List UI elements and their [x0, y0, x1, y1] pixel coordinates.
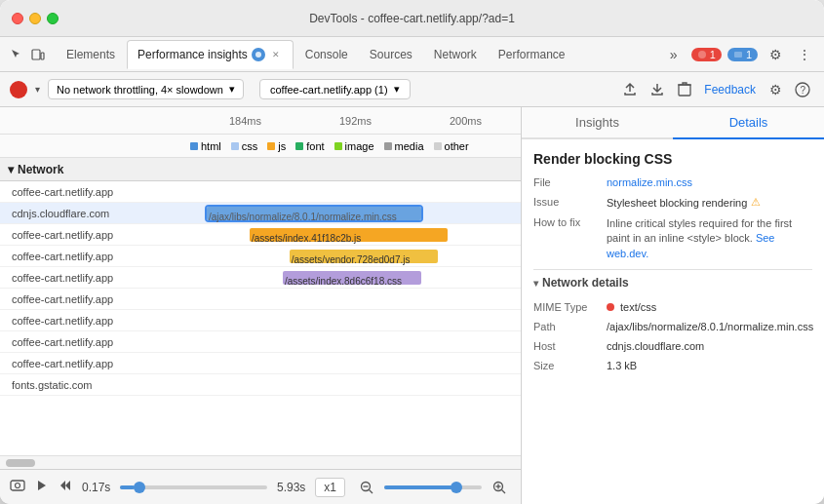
network-row[interactable]: coffee-cart.netlify.app /assets/vendor.7… — [0, 246, 521, 267]
zoom-fill — [384, 485, 452, 489]
right-content: Render blocking CSS File normalize.min.c… — [522, 139, 824, 504]
legend: html css js font image — [0, 135, 521, 158]
time-marker-3: 200ms — [411, 115, 521, 127]
pointer-icon[interactable] — [8, 46, 25, 63]
speed-display[interactable]: x1 — [315, 478, 345, 497]
zoom-thumb[interactable] — [451, 482, 462, 493]
tab-sources[interactable]: Sources — [360, 40, 422, 69]
network-row[interactable]: coffee-cart.netlify.app — [0, 310, 521, 331]
network-details-chevron: ▾ — [533, 278, 538, 289]
row-label: coffee-cart.netlify.app — [0, 315, 190, 327]
row-label: coffee-cart.netlify.app — [0, 336, 190, 348]
help-icon[interactable]: ? — [791, 78, 814, 101]
screenshot-toggle-button[interactable] — [10, 478, 25, 496]
scrollbar-thumb[interactable] — [6, 459, 35, 467]
tab-performance-insights[interactable]: Performance insights ✕ — [127, 40, 294, 69]
network-section: ▾ Network coffee-cart.netlify.app cdnjs.… — [0, 158, 521, 455]
tab-console[interactable]: Console — [295, 40, 358, 69]
howtofix-value: Inline critical styles required for the … — [607, 216, 812, 261]
delete-icon[interactable] — [673, 78, 696, 101]
horizontal-scrollbar[interactable] — [0, 455, 521, 469]
feedback-button[interactable]: Feedback — [700, 81, 760, 98]
row-label: coffee-cart.netlify.app — [0, 293, 190, 305]
detail-row-mime: MIME Type text/css — [533, 301, 812, 313]
tab-bar-right: » 1 1 ⚙ ⋮ — [662, 43, 816, 66]
row-label: coffee-cart.netlify.app — [0, 186, 190, 198]
slider-track[interactable] — [120, 485, 267, 489]
tab-elements[interactable]: Elements — [57, 40, 125, 69]
tab-bar: Elements Performance insights ✕ Console … — [0, 37, 824, 72]
legend-dot-media — [384, 142, 392, 150]
issue-label: Issue — [533, 196, 607, 209]
timeline-header: 184ms 192ms 200ms — [0, 107, 521, 135]
bar-label: /assets/index.8d6c6f18.css — [283, 275, 421, 288]
playback-slider[interactable] — [120, 485, 267, 489]
detail-row-size: Size 1.3 kB — [533, 360, 812, 371]
tab-network[interactable]: Network — [424, 40, 487, 69]
issue-text: Stylesheet blocking rendering — [607, 197, 747, 209]
zoom-out-icon[interactable] — [355, 476, 378, 499]
network-row[interactable]: coffee-cart.netlify.app /assets/index.41… — [0, 224, 521, 246]
network-row[interactable]: coffee-cart.netlify.app — [0, 181, 521, 203]
svg-rect-5 — [679, 85, 690, 96]
legend-item-html: html — [190, 140, 221, 152]
export-icon[interactable] — [618, 78, 642, 101]
time-marker-1: 184ms — [190, 115, 300, 127]
minimize-button[interactable] — [29, 13, 41, 24]
network-header: ▾ Network — [0, 158, 521, 181]
legend-label-js: js — [278, 140, 286, 152]
row-bars: /assets/vendor.728ed0d7.js — [190, 246, 521, 266]
devtools-window: DevTools - coffee-cart.netlify.app/?ad=1… — [0, 0, 824, 504]
mime-label: MIME Type — [533, 301, 607, 313]
close-button[interactable] — [12, 13, 23, 24]
svg-rect-1 — [41, 53, 44, 59]
rewind-button[interactable] — [59, 479, 72, 495]
row-bars — [190, 331, 521, 352]
zoom-container — [355, 476, 511, 499]
legend-item-other: other — [434, 140, 469, 152]
zoom-slider[interactable] — [384, 485, 482, 489]
device-icon[interactable] — [29, 46, 47, 63]
more-options-icon[interactable]: ⋮ — [793, 43, 816, 66]
svg-marker-12 — [65, 481, 70, 490]
path-value: /ajax/libs/normalize/8.0.1/normalize.min… — [607, 321, 813, 332]
more-tabs-button[interactable]: » — [662, 43, 686, 66]
host-label: Host — [533, 340, 607, 352]
tab-details[interactable]: Details — [673, 107, 824, 139]
legend-item-font: font — [295, 140, 324, 152]
svg-point-9 — [16, 484, 20, 488]
network-row[interactable]: fonts.gstatic.com — [0, 374, 521, 396]
legend-dot-other — [434, 142, 442, 150]
network-row[interactable]: cdnjs.cloudflare.com /ajax/libs/normaliz… — [0, 203, 521, 224]
play-button[interactable] — [35, 479, 49, 495]
url-dropdown[interactable]: coffee-cart.netlify.app (1) ▾ — [259, 79, 411, 99]
legend-label-css: css — [242, 140, 258, 152]
network-details-header[interactable]: ▾ Network details — [533, 269, 812, 295]
record-button[interactable] — [10, 81, 27, 98]
svg-marker-11 — [60, 481, 65, 490]
network-row[interactable]: coffee-cart.netlify.app — [0, 353, 521, 374]
network-row[interactable]: coffee-cart.netlify.app /assets/index.8d… — [0, 267, 521, 289]
network-collapse-icon[interactable]: ▾ — [8, 163, 14, 176]
settings-icon[interactable]: ⚙ — [764, 43, 787, 66]
import-icon[interactable] — [646, 78, 669, 101]
record-dropdown-arrow[interactable]: ▾ — [35, 84, 40, 95]
zoom-in-icon[interactable] — [488, 476, 511, 499]
tab-performance[interactable]: Performance — [489, 40, 575, 69]
gear-icon[interactable]: ⚙ — [764, 78, 787, 101]
tab-bar-left — [8, 46, 47, 63]
svg-rect-4 — [734, 52, 742, 58]
network-row[interactable]: coffee-cart.netlify.app — [0, 289, 521, 310]
tab-insights[interactable]: Insights — [522, 107, 673, 137]
file-value[interactable]: normalize.min.css — [607, 176, 812, 188]
network-row[interactable]: coffee-cart.netlify.app — [0, 331, 521, 353]
tab-close-icon[interactable]: ✕ — [269, 48, 283, 61]
row-label: cdnjs.cloudflare.com — [0, 208, 190, 219]
url-arrow: ▾ — [394, 83, 400, 96]
throttle-dropdown[interactable]: No network throttling, 4× slowdown ▾ — [48, 79, 244, 99]
legend-label-media: media — [395, 140, 424, 152]
slider-thumb[interactable] — [134, 482, 145, 493]
host-value: cdnjs.cloudflare.com — [607, 340, 812, 352]
maximize-button[interactable] — [47, 13, 59, 24]
svg-point-2 — [255, 52, 261, 58]
